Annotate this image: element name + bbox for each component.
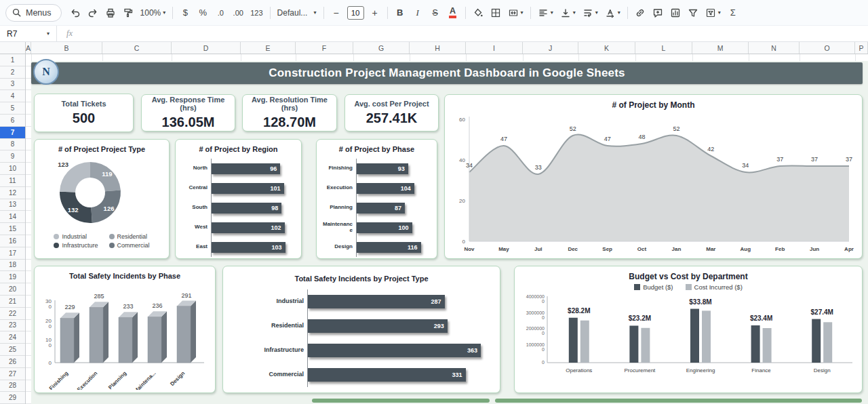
row-header-11[interactable]: 11 (0, 175, 25, 187)
chart-project-by-month[interactable]: # of Project by Month 0204060Nov34May47J… (444, 94, 863, 259)
chevron-down-icon: ▾ (521, 10, 524, 16)
row-header-6[interactable]: 6 (0, 115, 25, 127)
create-filter-button[interactable] (685, 4, 701, 22)
bar: 96 (212, 163, 280, 174)
column-header-G[interactable]: G (353, 42, 410, 54)
column-header-C[interactable]: C (102, 42, 172, 54)
chart-title: Total Safety Incidents by Project Type (223, 266, 500, 283)
text-wrap-button[interactable]: ▾ (580, 4, 601, 22)
row-header-5[interactable]: 5 (0, 102, 25, 115)
bold-button[interactable]: B (392, 4, 408, 22)
vertical-align-button[interactable]: ▾ (557, 4, 578, 22)
undo-button[interactable] (67, 4, 83, 22)
row-header-22[interactable]: 22 (0, 308, 25, 320)
row-header-19[interactable]: 19 (0, 271, 25, 283)
column-header-O[interactable]: O (800, 42, 855, 54)
grid-corner[interactable] (0, 42, 26, 54)
italic-button[interactable]: I (410, 4, 426, 22)
row-header-10[interactable]: 10 (0, 163, 25, 175)
row-header-17[interactable]: 17 (0, 247, 25, 260)
row-header-20[interactable]: 20 (0, 283, 25, 296)
column-header-P[interactable]: P (855, 42, 868, 54)
decrease-font-size-button[interactable]: − (328, 4, 344, 22)
row-header-27[interactable]: 27 (0, 368, 25, 380)
row-header-4[interactable]: 4 (0, 90, 25, 102)
row-header-24[interactable]: 24 (0, 331, 25, 344)
dashboard-banner[interactable]: N Construction Project Management Dashbo… (31, 62, 863, 84)
row-header-7[interactable]: 7 (0, 127, 25, 139)
column-header-I[interactable]: I (466, 42, 523, 54)
kpi-avg-response-time[interactable]: Avg. Response Time (hrs) 136.05M (141, 94, 235, 132)
legend-item: Budget ($) (634, 283, 673, 291)
row-header-26[interactable]: 26 (0, 356, 25, 368)
row-header-12[interactable]: 12 (0, 187, 25, 199)
kpi-total-tickets[interactable]: Total Tickets 500 (34, 94, 134, 132)
text-rotation-button[interactable]: ▾ (602, 4, 623, 22)
insert-link-button[interactable] (632, 4, 648, 22)
filter-views-button[interactable]: ▾ (703, 4, 724, 22)
font-size-input[interactable]: 10 (347, 6, 364, 20)
row-header-16[interactable]: 16 (0, 235, 25, 247)
chart-safety-by-type[interactable]: Total Safety Incidents by Project Type I… (222, 266, 500, 393)
row-header-8[interactable]: 8 (0, 139, 25, 151)
chart-project-by-phase[interactable]: # of Project by Phase Finishing93Executi… (316, 139, 437, 259)
paint-format-button[interactable] (120, 4, 136, 22)
row-header-1[interactable]: 1 (0, 54, 25, 66)
chevron-down-icon: ▾ (314, 10, 317, 16)
chart-project-by-region[interactable]: # of Project by Region North96Central101… (175, 139, 302, 259)
chart-budget-vs-cost[interactable]: Budget vs Cost by Department Budget ($)C… (514, 266, 863, 393)
comment-icon (652, 7, 663, 18)
row-header-9[interactable]: 9 (0, 150, 25, 163)
horizontal-align-button[interactable]: ▾ (535, 4, 556, 22)
next-card-peek[interactable] (495, 399, 862, 403)
zoom-select[interactable]: 100% ▾ (138, 4, 169, 22)
row-header-13[interactable]: 13 (0, 199, 25, 211)
menus-button[interactable]: Menus (5, 4, 62, 22)
decrease-decimal-button[interactable]: .0 (212, 4, 229, 22)
column-header-L[interactable]: L (635, 42, 692, 54)
column-header-H[interactable]: H (410, 42, 466, 54)
number-format-button[interactable]: 123 (248, 4, 265, 22)
column-header-D[interactable]: D (172, 42, 241, 54)
column-header-A[interactable]: A (26, 42, 31, 54)
row-header-28[interactable]: 28 (0, 380, 25, 392)
kpi-avg-cost-per-project[interactable]: Avg. cost Per Project 257.41K (344, 94, 439, 132)
redo-button[interactable] (85, 4, 101, 22)
borders-button[interactable] (488, 4, 504, 22)
column-header-K[interactable]: K (578, 42, 635, 54)
fill-color-button[interactable] (470, 4, 486, 22)
increase-font-size-button[interactable]: + (367, 4, 383, 22)
column-header-M[interactable]: M (692, 42, 749, 54)
row-header-14[interactable]: 14 (0, 211, 25, 223)
text-color-button[interactable]: A (445, 4, 461, 22)
row-header-23[interactable]: 23 (0, 320, 25, 332)
row-header-15[interactable]: 15 (0, 223, 25, 235)
row-header-21[interactable]: 21 (0, 296, 25, 308)
row-header-18[interactable]: 18 (0, 260, 25, 272)
merge-cells-button[interactable]: ▾ (505, 4, 526, 22)
column-header-J[interactable]: J (523, 42, 578, 54)
font-family-select[interactable]: Defaul... ▾ (275, 4, 319, 22)
chart-safety-by-phase[interactable]: Total Safety Incidents by Phase 30020010… (34, 266, 216, 393)
column-header-E[interactable]: E (241, 42, 296, 54)
row-header-2[interactable]: 2 (0, 66, 25, 79)
strikethrough-button[interactable]: S (427, 4, 443, 22)
dashboard-canvas[interactable]: N Construction Project Management Dashbo… (31, 61, 868, 404)
format-percent-button[interactable]: % (195, 4, 211, 22)
insert-comment-button[interactable] (650, 4, 666, 22)
format-currency-button[interactable]: $ (177, 4, 193, 22)
print-button[interactable] (102, 4, 119, 22)
name-box[interactable]: R7 ▾ (0, 26, 57, 41)
functions-button[interactable]: Σ (725, 4, 741, 22)
row-header-25[interactable]: 25 (0, 344, 25, 356)
column-header-N[interactable]: N (749, 42, 800, 54)
column-header-B[interactable]: B (31, 42, 102, 54)
increase-decimal-button[interactable]: .00 (230, 4, 246, 22)
insert-chart-button[interactable] (667, 4, 684, 22)
row-header-3[interactable]: 3 (0, 79, 25, 91)
chart-project-type-donut[interactable]: # of Project Project Type 119126132123 I… (34, 139, 170, 259)
row-header-29[interactable]: 29 (0, 392, 25, 404)
next-card-peek[interactable] (312, 399, 490, 403)
column-header-F[interactable]: F (296, 42, 353, 54)
kpi-avg-resolution-time[interactable]: Avg. Resolution Time (hrs) 128.70M (242, 94, 337, 132)
